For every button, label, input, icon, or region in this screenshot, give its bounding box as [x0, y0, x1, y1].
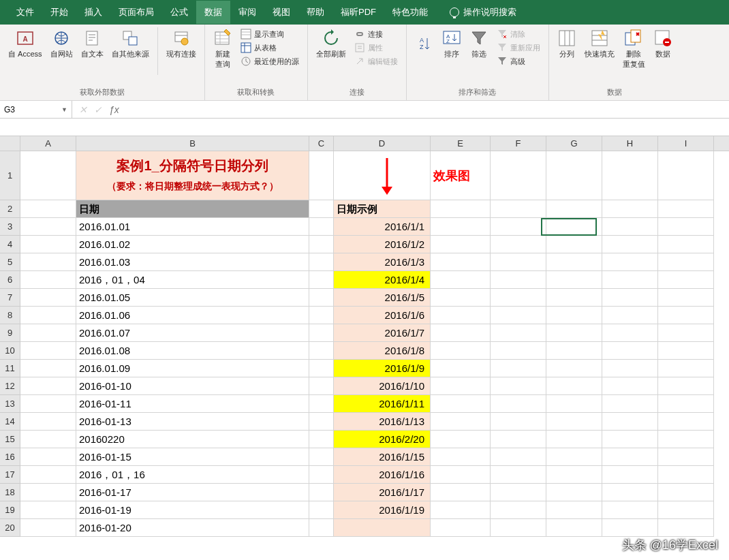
row-header[interactable]: 11	[0, 360, 20, 377]
cell[interactable]	[431, 218, 491, 236]
row-header[interactable]: 14	[0, 413, 20, 431]
col-header-G[interactable]: G	[546, 136, 602, 151]
cell[interactable]	[491, 431, 546, 448]
cell[interactable]	[491, 342, 546, 360]
cell[interactable]	[20, 413, 76, 431]
cell[interactable]	[546, 519, 602, 537]
cell[interactable]	[491, 484, 546, 501]
cell[interactable]: 2016/1/3	[334, 253, 431, 271]
cell[interactable]	[309, 413, 334, 431]
cell[interactable]: 2016.01.09	[76, 360, 309, 377]
cell[interactable]: 2016.01.07	[76, 324, 309, 342]
cell[interactable]	[546, 484, 602, 501]
cell[interactable]	[658, 271, 714, 289]
cell[interactable]	[658, 395, 714, 413]
from-web-button[interactable]: 自网站	[48, 27, 76, 61]
cell[interactable]: 2016-01-15	[76, 448, 309, 466]
recent-sources-button[interactable]: 最近使用的源	[238, 55, 302, 68]
cell[interactable]	[602, 253, 658, 271]
cell[interactable]	[602, 200, 658, 218]
cell[interactable]: 20160220	[76, 431, 309, 448]
cell[interactable]	[20, 466, 76, 484]
col-header-F[interactable]: F	[491, 136, 546, 151]
cell[interactable]	[431, 271, 491, 289]
cell[interactable]	[602, 413, 658, 431]
cell[interactable]	[491, 519, 546, 537]
cell[interactable]	[20, 324, 76, 342]
cell[interactable]: 2016/1/16	[334, 466, 431, 484]
cell[interactable]	[602, 448, 658, 466]
cell[interactable]	[546, 360, 602, 377]
cell[interactable]	[20, 395, 76, 413]
cell[interactable]: 2016-01-20	[76, 519, 309, 537]
cell[interactable]: 2016/1/19	[334, 501, 431, 519]
advanced-filter-button[interactable]: 高级	[494, 55, 543, 68]
formula-input[interactable]	[126, 101, 729, 118]
cell[interactable]	[431, 466, 491, 484]
col-header-A[interactable]: A	[20, 136, 76, 151]
cell[interactable]	[602, 236, 658, 253]
existing-conn-button[interactable]: 现有连接	[164, 27, 199, 61]
cell[interactable]	[431, 484, 491, 501]
cell[interactable]: 2016.01.06	[76, 307, 309, 324]
cell[interactable]	[658, 519, 714, 537]
cell[interactable]: 2016/1/9	[334, 360, 431, 377]
cell[interactable]	[309, 218, 334, 236]
cell[interactable]: 2016-01-10	[76, 377, 309, 395]
row-header[interactable]: 9	[0, 324, 20, 342]
cell[interactable]	[602, 271, 658, 289]
properties-button[interactable]: 属性	[352, 41, 401, 55]
row-header[interactable]: 7	[0, 289, 20, 307]
row-header[interactable]: 6	[0, 271, 20, 289]
cell[interactable]: 2016/2/20	[334, 431, 431, 448]
cell[interactable]	[431, 377, 491, 395]
cell[interactable]	[20, 253, 76, 271]
cell[interactable]	[546, 466, 602, 484]
cell[interactable]	[658, 484, 714, 501]
cell[interactable]	[309, 360, 334, 377]
from-access-button[interactable]: A自 Access	[5, 27, 45, 61]
sort-az-button[interactable]: AZ	[412, 27, 437, 56]
cell[interactable]	[546, 395, 602, 413]
cell[interactable]	[309, 253, 334, 271]
tell-me-search[interactable]: 操作说明搜索	[450, 6, 516, 18]
tab-3[interactable]: 页面布局	[110, 1, 162, 24]
cell[interactable]	[431, 395, 491, 413]
cell[interactable]	[20, 236, 76, 253]
cell[interactable]: 2016/1/11	[334, 395, 431, 413]
cell[interactable]	[309, 236, 334, 253]
from-text-button[interactable]: 自文本	[78, 27, 106, 61]
cell[interactable]	[20, 289, 76, 307]
cell[interactable]	[20, 271, 76, 289]
cell[interactable]	[546, 253, 602, 271]
cell[interactable]	[491, 253, 546, 271]
cell[interactable]: 2016/1/13	[334, 413, 431, 431]
cell[interactable]	[20, 360, 76, 377]
tab-5[interactable]: 数据	[196, 1, 230, 24]
cell[interactable]	[431, 342, 491, 360]
flash-fill-button[interactable]: 快速填充	[582, 27, 617, 61]
cell[interactable]	[309, 448, 334, 466]
cell[interactable]	[309, 307, 334, 324]
cell[interactable]	[20, 431, 76, 448]
cell[interactable]: 2016，01，16	[76, 466, 309, 484]
row-header[interactable]: 2	[0, 200, 20, 218]
cell[interactable]	[431, 519, 491, 537]
cell[interactable]	[602, 289, 658, 307]
cell[interactable]: 2016/1/4	[334, 271, 431, 289]
cell[interactable]	[491, 377, 546, 395]
fx-icon[interactable]: ƒx	[109, 104, 119, 115]
row-header[interactable]: 16	[0, 448, 20, 466]
cell[interactable]: 效果图	[431, 151, 491, 200]
cell[interactable]	[431, 200, 491, 218]
tab-2[interactable]: 插入	[76, 1, 110, 24]
cell[interactable]	[546, 448, 602, 466]
cell[interactable]	[491, 466, 546, 484]
row-header[interactable]: 20	[0, 519, 20, 537]
cell[interactable]: 2016/1/2	[334, 236, 431, 253]
cell[interactable]: 2016/1/15	[334, 448, 431, 466]
cell[interactable]	[602, 519, 658, 537]
enter-icon[interactable]: ✓	[94, 104, 102, 115]
cell[interactable]	[602, 501, 658, 519]
cell[interactable]	[658, 236, 714, 253]
